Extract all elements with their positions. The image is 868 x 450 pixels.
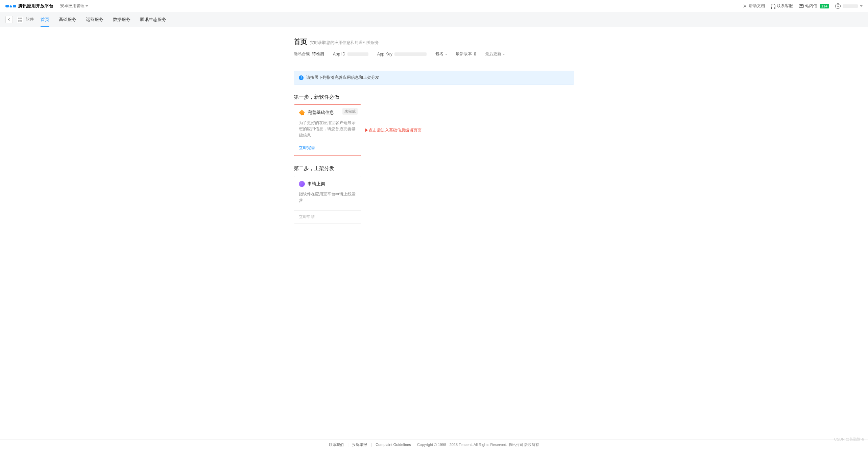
step2-row: 申请上架 指软件在应用宝平台申请上线运营 立即申请 <box>294 176 574 223</box>
chevron-down-icon <box>860 5 863 7</box>
chevron-down-icon <box>86 5 88 7</box>
user-name-redacted <box>843 4 858 8</box>
page-header: 首页 实时获取您的应用信息和处理相关服务 <box>294 37 574 46</box>
step2-title: 第二步，上架分发 <box>294 165 574 172</box>
user-menu[interactable] <box>835 3 863 9</box>
send-icon <box>299 181 305 187</box>
inbox-link[interactable]: 站内信 114 <box>799 3 829 9</box>
app-type-switch[interactable]: 软件 <box>17 17 34 23</box>
headset-icon <box>771 4 775 8</box>
grid-icon <box>17 17 23 23</box>
card-title: 申请上架 <box>308 181 325 187</box>
header-right: 帮助文档 联系客服 站内信 114 <box>743 3 863 9</box>
meta-appid: App ID <box>333 52 368 56</box>
platform-name: 腾讯应用开放平台 <box>18 3 53 9</box>
management-label: 安卓应用管理 <box>60 3 85 9</box>
meta-latest-version: 最新版本 0 <box>456 51 476 57</box>
tab-tencent-ecosystem[interactable]: 腾讯生态服务 <box>140 12 166 27</box>
meta-privacy: 隐私合规 待检测 <box>294 51 324 57</box>
card-description: 指软件在应用宝平台申请上线运营 <box>299 191 356 204</box>
document-icon <box>743 4 747 8</box>
meta-appkey: App Key <box>377 52 427 56</box>
pencil-icon <box>299 110 305 116</box>
app-type-label: 软件 <box>26 17 34 22</box>
card-description: 为了更好的在应用宝客户端展示您的应用信息，请您务必完善基础信息 <box>299 120 356 138</box>
info-icon: i <box>299 75 304 80</box>
step1-title: 第一步，新软件必做 <box>294 94 574 100</box>
nav-bar: 软件 首页 基础服务 运营服务 数据服务 腾讯生态服务 <box>0 12 868 27</box>
card-title: 完善基础信息 <box>308 110 334 116</box>
page-subtitle: 实时获取您的应用信息和处理相关服务 <box>310 40 379 46</box>
main-content: 首页 实时获取您的应用信息和处理相关服务 隐私合规 待检测 App ID App… <box>294 27 574 244</box>
user-icon <box>835 3 841 9</box>
logo-icon <box>5 5 16 7</box>
tab-operation-services[interactable]: 运营服务 <box>86 12 103 27</box>
page-title: 首页 <box>294 37 307 46</box>
inbox-count-badge: 114 <box>820 4 829 8</box>
help-docs-link[interactable]: 帮助文档 <box>743 3 765 9</box>
action-complete-now[interactable]: 立即完善 <box>299 145 356 151</box>
back-button[interactable] <box>5 16 13 23</box>
management-dropdown[interactable]: 安卓应用管理 <box>60 3 88 9</box>
card-apply-publish: 申请上架 指软件在应用宝平台申请上线运营 立即申请 <box>294 176 361 223</box>
nav-tabs: 首页 基础服务 运营服务 数据服务 腾讯生态服务 <box>41 12 166 27</box>
info-banner-text: 请按照下列指引完善应用信息和上架分发 <box>306 75 379 80</box>
meta-package: 包名 - <box>435 51 447 57</box>
platform-logo[interactable]: 腾讯应用开放平台 <box>5 3 53 9</box>
status-tag-incomplete: 未完成 <box>342 108 358 115</box>
action-apply-now-disabled: 立即申请 <box>299 214 356 220</box>
app-meta-row: 隐私合规 待检测 App ID App Key 包名 - 最新版本 0 最后更新… <box>294 51 574 63</box>
meta-last-update: 最后更新 - <box>485 51 505 57</box>
tab-data-services[interactable]: 数据服务 <box>113 12 130 27</box>
appid-value-redacted <box>347 52 368 56</box>
appkey-value-redacted <box>394 52 427 56</box>
annotation-arrow: 点击后进入基础信息编辑页面 <box>365 127 421 133</box>
tab-basic-services[interactable]: 基础服务 <box>59 12 76 27</box>
tab-home[interactable]: 首页 <box>41 12 49 27</box>
info-banner: i 请按照下列指引完善应用信息和上架分发 <box>294 71 574 85</box>
card-complete-basic-info[interactable]: 完善基础信息 未完成 为了更好的在应用宝客户端展示您的应用信息，请您务必完善基础… <box>294 104 361 156</box>
header-left: 腾讯应用开放平台 安卓应用管理 <box>5 3 88 9</box>
contact-cs-link[interactable]: 联系客服 <box>771 3 793 9</box>
mail-icon <box>799 4 804 8</box>
step1-row: 完善基础信息 未完成 为了更好的在应用宝客户端展示您的应用信息，请您务必完善基础… <box>294 104 574 156</box>
top-header: 腾讯应用开放平台 安卓应用管理 帮助文档 联系客服 站内信 114 <box>0 0 868 12</box>
